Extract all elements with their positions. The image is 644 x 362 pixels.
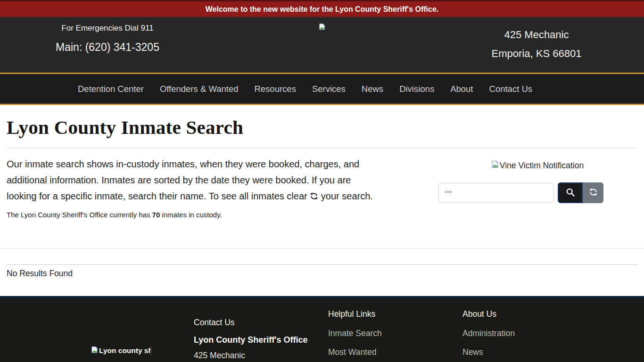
about-us-heading: About Us xyxy=(462,309,597,319)
nav-item-services[interactable]: Services xyxy=(304,84,354,94)
intro-line-2: additional information. Inmates are sort… xyxy=(7,175,351,185)
title-divider xyxy=(7,148,637,148)
footer-contact-heading: Contact Us xyxy=(194,318,328,328)
nav-item-resources[interactable]: Resources xyxy=(246,84,304,94)
inmate-search-input[interactable] xyxy=(438,183,554,203)
header-address-block: 425 Mechanic Emporia, KS 66801 xyxy=(429,17,644,73)
address-line-1: 425 Mechanic xyxy=(429,25,644,44)
page-title: Lyon County Inmate Search xyxy=(7,116,637,139)
content-divider xyxy=(0,248,644,249)
helpful-links-heading: Helpful Links xyxy=(328,309,462,319)
footer-link-news[interactable]: News xyxy=(462,347,597,357)
footer-helpful-links-column: Helpful Links Inmate Search Most Wanted … xyxy=(328,299,462,362)
intro-line-3-end: your search. xyxy=(321,191,373,201)
footer-about-us-column: About Us Administration News Career Oppo… xyxy=(462,299,597,362)
search-column: Vine Victim Notification xyxy=(438,156,603,219)
nav-item-divisions[interactable]: Divisions xyxy=(391,84,442,94)
main-phone-number: Main: (620) 341-3205 xyxy=(0,41,215,54)
site-header: For Emergencies Dial 911 Main: (620) 341… xyxy=(0,17,644,73)
footer-logo-alt-text: Lyon county sheriff xyxy=(99,346,151,355)
refresh-button[interactable] xyxy=(583,182,603,203)
nav-item-contact-us[interactable]: Contact Us xyxy=(481,84,541,94)
vine-alt-text: Vine Victim Notification xyxy=(500,161,584,171)
broken-image-icon xyxy=(491,160,499,171)
header-logo-slot xyxy=(215,17,429,73)
custody-count-line: The Lyon County Sheriff's Office current… xyxy=(7,211,432,219)
no-results-message: No Results Found xyxy=(7,269,637,279)
footer-org-name: Lyon County Sheriff's Office xyxy=(194,335,328,345)
custody-suffix: inmates in custody. xyxy=(162,211,222,219)
main-nav: Detention Center Offenders & Wanted Reso… xyxy=(0,73,644,105)
search-button[interactable] xyxy=(558,182,583,203)
broken-image-icon xyxy=(319,23,325,32)
refresh-sync-icon xyxy=(589,188,598,198)
footer-address-line-1: 425 Mechanic xyxy=(194,349,328,362)
nav-item-detention-center[interactable]: Detention Center xyxy=(70,84,152,94)
intro-paragraph: Our inmate search shows in-custody inmat… xyxy=(7,156,432,204)
footer-link-inmate-search[interactable]: Inmate Search xyxy=(328,329,462,338)
welcome-banner-text: Welcome to the new website for the Lyon … xyxy=(206,5,439,14)
header-contact-block: For Emergencies Dial 911 Main: (620) 341… xyxy=(0,17,215,73)
footer-logo-column: Lyon county sheriff xyxy=(0,299,194,362)
footer-link-most-wanted[interactable]: Most Wanted xyxy=(328,347,462,357)
main-content: Lyon County Inmate Search Our inmate sea… xyxy=(0,116,644,286)
footer-link-administration[interactable]: Administration xyxy=(462,329,597,338)
nav-item-news[interactable]: News xyxy=(354,84,391,94)
nav-item-offenders-wanted[interactable]: Offenders & Wanted xyxy=(152,84,247,94)
footer-contact-column: Contact Us Lyon County Sheriff's Office … xyxy=(194,299,328,362)
clear-search-sync-icon[interactable] xyxy=(310,192,318,200)
address-line-2: Emporia, KS 66801 xyxy=(429,44,644,63)
intro-column: Our inmate search shows in-custody inmat… xyxy=(7,156,432,219)
emergency-text: For Emergencies Dial 911 xyxy=(0,24,215,33)
site-footer: Lyon county sheriff Contact Us Lyon Coun… xyxy=(0,296,644,362)
intro-line-3: looking for a specific inmate, search th… xyxy=(7,191,307,201)
custody-prefix: The Lyon County Sheriff's Office current… xyxy=(7,211,150,219)
custody-count: 70 xyxy=(152,211,160,219)
broken-image-icon xyxy=(91,346,98,355)
results-section: No Results Found xyxy=(7,264,637,286)
search-icon xyxy=(566,188,575,198)
welcome-banner: Welcome to the new website for the Lyon … xyxy=(0,0,644,17)
intro-line-1: Our inmate search shows in-custody inmat… xyxy=(7,159,359,169)
vine-victim-notification-link[interactable]: Vine Victim Notification xyxy=(491,160,584,171)
nav-item-about[interactable]: About xyxy=(442,84,481,94)
footer-logo: Lyon county sheriff xyxy=(91,346,151,355)
